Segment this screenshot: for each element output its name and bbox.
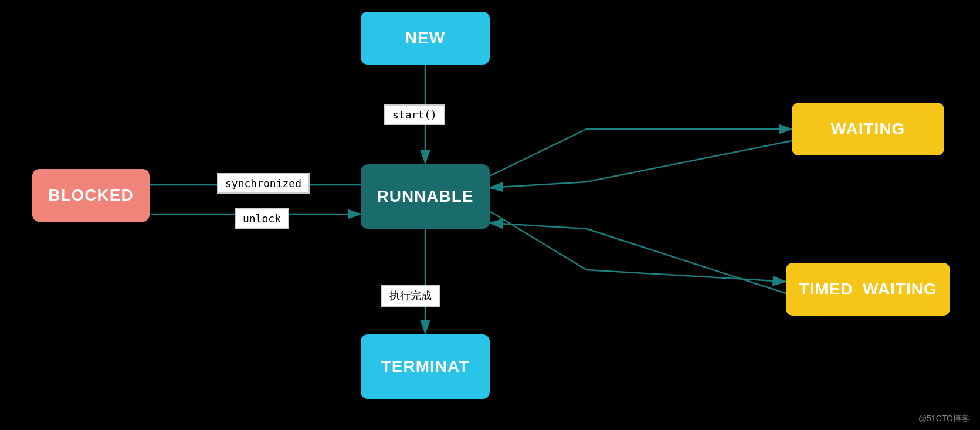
label-exec-done: 执行完成 — [381, 285, 440, 307]
label-start: start() — [384, 104, 445, 125]
state-runnable: RUNNABLE — [361, 164, 490, 229]
state-new: NEW — [361, 12, 490, 65]
state-terminated: TERMINAT — [361, 334, 490, 399]
label-synchronized: synchronized — [217, 173, 310, 194]
diagram-container: NEW RUNNABLE TERMINAT BLOCKED WAITING TI… — [0, 0, 980, 430]
state-timed-waiting: TIMED_WAITING — [786, 263, 950, 316]
state-blocked: BLOCKED — [32, 169, 150, 222]
watermark: @51CTO博客 — [918, 414, 969, 424]
state-waiting: WAITING — [792, 103, 944, 155]
label-unlock: unlock — [235, 208, 289, 229]
